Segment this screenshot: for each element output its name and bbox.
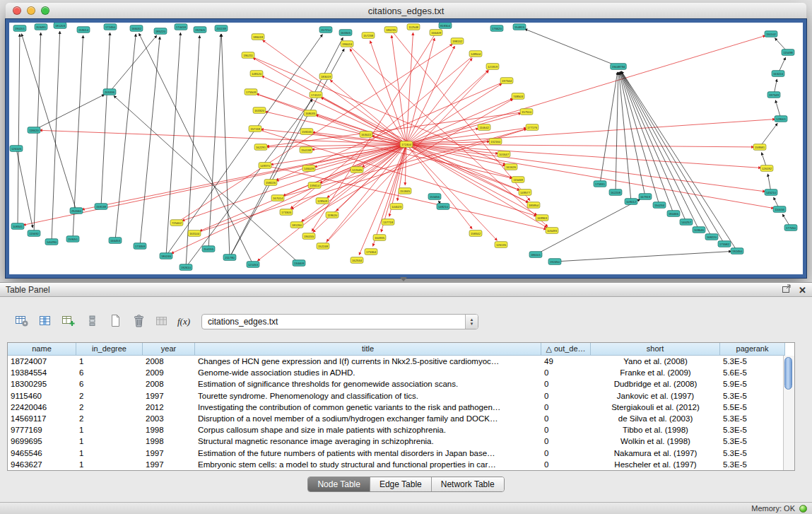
graph-node[interactable]: 184466 — [667, 211, 680, 217]
graph-edge[interactable] — [307, 132, 512, 178]
table-scrollbar[interactable] — [783, 356, 794, 470]
memory-status-indicator-icon[interactable] — [799, 505, 807, 513]
graph-edge[interactable] — [140, 37, 160, 246]
graph-edge[interactable] — [34, 95, 105, 130]
graph-edge[interactable] — [372, 144, 406, 246]
graph-node[interactable]: 163224 — [772, 71, 784, 77]
graph-node[interactable]: 148120 — [250, 71, 263, 77]
graph-node[interactable]: 192450 — [731, 248, 743, 255]
graph-node[interactable]: 173305 — [280, 209, 293, 216]
graph-edge[interactable] — [208, 34, 221, 249]
graph-edge[interactable] — [406, 144, 472, 229]
graph-edge[interactable] — [291, 144, 406, 209]
graph-node[interactable]: 134409 — [293, 260, 305, 267]
table-row[interactable]: 969969511998Structural magnetic resonanc… — [8, 436, 794, 447]
graph-node[interactable]: 166453 — [109, 238, 122, 244]
column-header-in_degree[interactable]: in_degree — [76, 343, 143, 356]
table-selector-dropdown[interactable]: citations_edges.txt ▲▼ — [201, 314, 478, 329]
graph-node[interactable]: 152248 — [317, 243, 329, 250]
graph-node[interactable]: 162291 — [254, 144, 267, 151]
window-titlebar[interactable]: citations_edges.txt — [6, 3, 806, 19]
zoom-window-button[interactable] — [41, 6, 49, 15]
graph-node[interactable]: 159246 — [300, 129, 313, 135]
graph-node[interactable]: 19448794 — [611, 64, 626, 70]
graph-node[interactable]: 108341 — [11, 223, 24, 230]
graph-node[interactable]: 128001 — [775, 116, 787, 122]
table-row[interactable]: 946362711997Embryonic stem cells: a mode… — [8, 459, 794, 470]
float-panel-icon[interactable] — [782, 284, 792, 296]
graph-node[interactable]: 140290 — [45, 239, 58, 245]
graph-node[interactable]: 109012 — [625, 199, 637, 205]
graph-node[interactable]: 205336 — [103, 89, 116, 95]
scrollbar-thumb[interactable] — [784, 357, 792, 390]
graph-edge[interactable] — [616, 72, 618, 192]
graph-edge[interactable] — [406, 141, 490, 144]
graph-node[interactable]: 167014 — [271, 195, 284, 201]
graph-node[interactable]: 169963 — [536, 215, 548, 221]
graph-edge[interactable] — [621, 71, 737, 251]
graph-edge[interactable] — [221, 34, 230, 257]
graph-node[interactable]: 163144 — [188, 230, 201, 237]
graph-node[interactable]: 158226 — [264, 180, 277, 186]
graph-node[interactable]: 144023 — [390, 204, 403, 210]
table-row[interactable]: 977716911998Corpus callosum shape and si… — [8, 424, 794, 436]
graph-node[interactable]: 110034 — [773, 206, 786, 213]
graph-node[interactable]: 159138 — [95, 204, 107, 210]
graph-node[interactable]: 163320 — [253, 107, 266, 114]
table-settings-button[interactable] — [13, 313, 31, 329]
graph-node[interactable]: 150138 — [300, 147, 312, 153]
graph-node[interactable]: 168035 — [304, 110, 317, 117]
graph-edge[interactable] — [406, 35, 765, 144]
graph-node[interactable]: 118420 — [28, 127, 40, 134]
graph-node[interactable]: 175931 — [594, 181, 606, 187]
table-row[interactable]: 1938455462009Genome-wide association stu… — [8, 367, 794, 378]
graph-node[interactable]: 159581 — [753, 144, 766, 151]
graph-node[interactable]: 175582 — [718, 241, 731, 247]
graph-node[interactable]: 186235 — [384, 27, 397, 33]
graph-edge[interactable] — [251, 92, 519, 190]
table-row[interactable]: 911546021997Tourette syndrome. Phenomeno… — [8, 390, 794, 402]
graph-node[interactable]: 148504 — [469, 51, 482, 57]
graph-node[interactable]: 115498 — [782, 49, 794, 56]
graph-edge[interactable] — [620, 71, 673, 214]
graph-node[interactable]: 148210 — [437, 204, 449, 210]
graph-node[interactable]: 163305 — [339, 30, 352, 36]
graph-node[interactable]: 149370 — [259, 163, 271, 169]
column-header-name[interactable]: name — [8, 343, 76, 356]
graph-node[interactable]: 132160 — [489, 139, 502, 145]
graph-node[interactable]: 167919 — [639, 194, 652, 200]
graph-node[interactable]: 185220 — [154, 28, 167, 35]
graph-node[interactable]: 166409 — [430, 30, 442, 36]
select-columns-button[interactable] — [36, 313, 54, 329]
graph-edge[interactable] — [262, 40, 406, 144]
graph-node[interactable]: 174418 — [175, 24, 187, 30]
graph-edge[interactable] — [261, 76, 406, 144]
graph-node[interactable]: 110642 — [478, 124, 490, 131]
graph-node[interactable]: 149577 — [519, 189, 531, 196]
graph-edge[interactable] — [101, 33, 110, 206]
graph-node[interactable]: 190201 — [13, 25, 26, 32]
graph-node[interactable]: 186018 — [252, 34, 264, 40]
graph-node[interactable]: 122045 — [351, 167, 363, 173]
graph-node[interactable]: 203491 — [35, 24, 47, 30]
close-window-button[interactable] — [13, 6, 21, 15]
graph-node[interactable]: 126192 — [760, 165, 773, 172]
graph-node[interactable]: 196024 — [341, 41, 353, 47]
graph-node[interactable]: 725402 — [170, 220, 183, 226]
graph-node[interactable]: 181203 — [54, 23, 66, 28]
graph-edge[interactable] — [326, 144, 406, 242]
graph-edge[interactable] — [139, 33, 253, 264]
graph-node[interactable]: 145210 — [765, 189, 777, 196]
network-canvas[interactable]: 1724041860181902111481201755091633201571… — [9, 23, 803, 274]
graph-node[interactable]: 158342 — [469, 230, 482, 237]
graph-node[interactable]: 177176 — [526, 124, 539, 131]
graph-edge[interactable] — [257, 144, 406, 261]
rows-button[interactable] — [83, 313, 101, 329]
graph-edge[interactable] — [406, 144, 774, 209]
graph-node[interactable]: 180246 — [160, 253, 172, 259]
table-row[interactable]: 1456911722003Disruption of a novel membe… — [8, 413, 794, 424]
graph-node[interactable]: 176620 — [490, 25, 503, 32]
graph-node[interactable]: 109646 — [693, 227, 705, 233]
graph-node[interactable]: 128509 — [316, 198, 329, 204]
graph-node[interactable]: 197349 — [767, 92, 780, 98]
